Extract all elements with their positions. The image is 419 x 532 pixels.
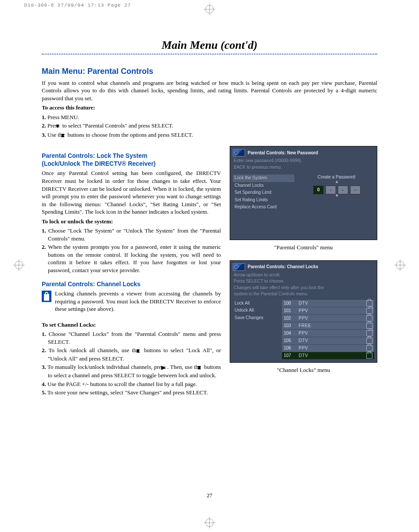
lock-icon <box>366 300 372 306</box>
channel-row: 102PPV <box>282 315 374 322</box>
step: 2. When the system prompts you for a pas… <box>42 243 221 274</box>
manual-page: D10-300-6 27/09/04 17:13 Page 27 Main Me… <box>0 0 419 532</box>
lock-icon <box>42 291 51 302</box>
onscreen-menu: Lock All Unlock All Save Changes <box>233 300 277 360</box>
channel-row: 100DTV <box>282 300 374 307</box>
page-content: Main Menu (cont'd) Main Menu: Parental C… <box>42 40 377 397</box>
screenshot-caption: "Channel Locks" menu <box>230 366 377 374</box>
step: 1. Press MENU. <box>42 113 377 121</box>
lock-steps: 1. Choose "Lock The System" or "Unlock T… <box>42 227 221 274</box>
lock-note: Locking channels prevents a viewer from … <box>42 290 221 315</box>
unlock-icon <box>366 330 372 336</box>
print-slug: D10-300-6 27/09/04 17:13 Page 27 <box>24 3 131 8</box>
channel-row: 101PPV <box>282 307 374 314</box>
directv-logo-icon <box>233 149 245 157</box>
lock-icon <box>366 353 372 359</box>
screenshot-channel-locks: Parental Controls: Channel Locks Arrow u… <box>230 260 377 363</box>
lock-howto-label: To lock or unlock the system: <box>42 218 221 226</box>
password-pane: Create a Password: ▲ 0 - - - ▼ <box>300 175 374 211</box>
access-steps: 1. Press MENU. 2. Press ▼ to select "Par… <box>42 113 377 139</box>
section-heading: Main Menu: Parental Controls <box>42 67 377 77</box>
lock-icon <box>366 345 372 351</box>
crop-mark-left <box>13 259 25 273</box>
channel-row: 106PPV <box>282 345 374 352</box>
chlock-heading: Parental Controls: Channel Locks <box>42 281 221 288</box>
screenshot-caption: "Parental Controls" menu <box>230 244 377 251</box>
step: 4. Use the PAGE +/- buttons to scroll th… <box>42 380 221 388</box>
title-rule <box>42 54 377 55</box>
crop-mark-right <box>394 259 406 273</box>
channel-row: 105DTV <box>282 337 374 344</box>
step: 2. To lock /unlock all channels, use the… <box>42 346 221 362</box>
chlock-howto-label: To set Channel Locks: <box>42 321 221 329</box>
page-number: 27 <box>0 492 419 499</box>
step: 1. Choose "Channel Locks" from the "Pare… <box>42 330 221 346</box>
lock-heading: Parental Controls: Lock The System (Lock… <box>42 152 221 168</box>
directv-logo-icon <box>233 263 245 271</box>
lock-icon <box>366 323 372 329</box>
channel-row: 104PPV <box>282 330 374 337</box>
channel-list: 100DTV101PPV102PPV103FREE104PPV105DTV106… <box>282 300 374 360</box>
lock-paragraph: Once any Parental Control setting has be… <box>42 169 221 215</box>
access-label: To access this feature: <box>42 104 377 112</box>
registration-mark-bottom <box>204 517 215 528</box>
step: 3. To manually lock/unlock individual ch… <box>42 363 221 379</box>
screenshot-parental-controls: Parental Controls: New Password Enter ne… <box>230 146 377 240</box>
step: 5. To store your new settings, select "S… <box>42 389 221 397</box>
unlock-icon <box>366 308 372 314</box>
chevron-up-icon: ▲ <box>300 180 374 183</box>
page-title: Main Menu (cont'd) <box>42 40 377 51</box>
step: 1. Choose "Lock The System" or "Unlock T… <box>42 227 221 242</box>
step: 3. Use the ▲▼ buttons to choose from the… <box>42 131 377 139</box>
channel-row: 103FREE <box>282 322 374 329</box>
chlock-steps: 1. Choose "Channel Locks" from the "Pare… <box>42 330 221 396</box>
registration-mark-top <box>204 4 215 15</box>
lock-icon <box>366 315 372 321</box>
channel-row: 107DTV <box>282 352 374 359</box>
intro-paragraph: If you want to control what channels and… <box>42 79 377 102</box>
onscreen-menu: Lock the System Channel Locks Set Spendi… <box>233 175 294 211</box>
step: 2. Press ▼ to select "Parental Controls"… <box>42 122 377 130</box>
lock-icon <box>366 338 372 344</box>
chevron-down-icon: ▼ <box>300 194 374 197</box>
